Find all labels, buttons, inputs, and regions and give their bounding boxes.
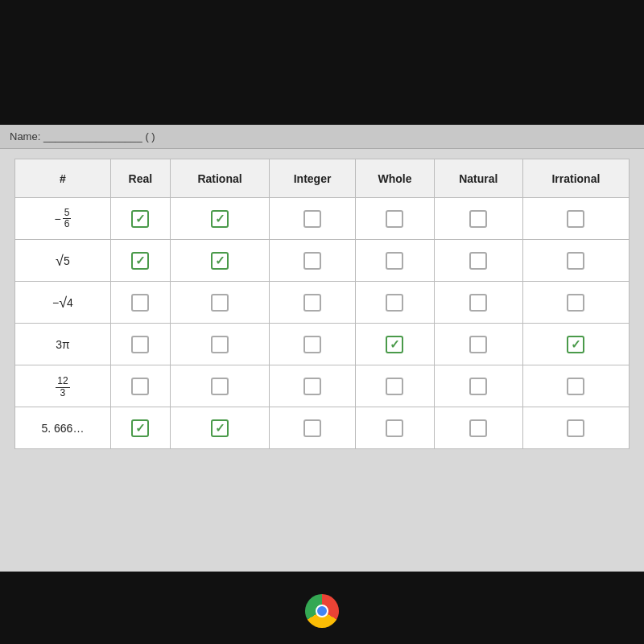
integer-cell-6[interactable] — [270, 407, 356, 449]
rational-cell-2[interactable] — [170, 240, 269, 282]
checkbox-irrational-4[interactable] — [567, 336, 584, 353]
natural-cell-5[interactable] — [434, 365, 522, 407]
checkbox-rational-2[interactable] — [211, 252, 229, 270]
table-row: −√4 — [15, 282, 630, 324]
checkbox-irrational-5[interactable] — [567, 378, 584, 395]
checkbox-irrational-6[interactable] — [567, 419, 584, 437]
main-area: Name: _________________ ( ) # Real Ratio… — [0, 125, 644, 572]
irrational-cell-5[interactable] — [522, 365, 629, 407]
integer-cell-4[interactable] — [270, 324, 356, 365]
rational-cell-5[interactable] — [170, 365, 269, 407]
natural-cell-3[interactable] — [434, 282, 522, 324]
checkbox-irrational-1[interactable] — [567, 210, 584, 228]
col-header-whole: Whole — [356, 159, 435, 198]
integer-cell-2[interactable] — [270, 240, 356, 282]
checkbox-natural-3[interactable] — [469, 294, 487, 312]
whole-cell-1[interactable] — [356, 198, 435, 240]
rational-cell-1[interactable] — [170, 198, 269, 240]
checkbox-integer-1[interactable] — [303, 210, 321, 228]
rational-cell-4[interactable] — [170, 324, 269, 365]
real-cell-6[interactable] — [110, 407, 170, 449]
checkbox-integer-6[interactable] — [303, 419, 321, 437]
real-cell-4[interactable] — [110, 324, 170, 365]
table-wrapper: # Real Rational Integer Whole Natural Ir… — [0, 149, 644, 459]
checkbox-rational-1[interactable] — [211, 210, 229, 228]
checkbox-real-4[interactable] — [131, 336, 149, 353]
checkbox-real-1[interactable] — [131, 210, 149, 228]
integer-cell-3[interactable] — [270, 282, 356, 324]
number-cell: √5 — [15, 240, 111, 282]
sqrt-5: √5 — [56, 254, 70, 268]
chrome-inner-circle — [316, 605, 328, 617]
irrational-cell-4[interactable] — [522, 324, 629, 365]
rational-cell-3[interactable] — [170, 282, 269, 324]
integer-cell-5[interactable] — [270, 365, 356, 407]
irrational-cell-3[interactable] — [522, 282, 629, 324]
checkbox-natural-6[interactable] — [469, 419, 487, 437]
natural-cell-4[interactable] — [434, 324, 522, 365]
checkbox-whole-5[interactable] — [386, 378, 403, 395]
col-header-integer: Integer — [270, 159, 356, 198]
header-strip: Name: _________________ ( ) — [0, 125, 644, 149]
checkbox-whole-4[interactable] — [386, 336, 403, 353]
checkbox-integer-3[interactable] — [303, 294, 321, 312]
checkbox-real-3[interactable] — [131, 294, 149, 312]
checkbox-irrational-3[interactable] — [567, 294, 584, 312]
irrational-cell-6[interactable] — [522, 407, 629, 449]
chrome-icon[interactable] — [305, 594, 339, 628]
checkbox-whole-1[interactable] — [386, 210, 403, 228]
whole-cell-5[interactable] — [356, 365, 435, 407]
whole-cell-6[interactable] — [356, 407, 435, 449]
checkbox-whole-3[interactable] — [386, 294, 403, 312]
real-cell-2[interactable] — [110, 240, 170, 282]
checkbox-rational-4[interactable] — [211, 336, 229, 353]
checkbox-integer-2[interactable] — [303, 252, 321, 270]
checkbox-natural-2[interactable] — [469, 252, 487, 270]
integer-cell-1[interactable] — [270, 198, 356, 240]
checkbox-natural-4[interactable] — [469, 336, 487, 353]
col-header-natural: Natural — [434, 159, 522, 198]
top-bar — [0, 0, 644, 125]
real-cell-5[interactable] — [110, 365, 170, 407]
checkbox-real-6[interactable] — [131, 419, 149, 437]
checkbox-whole-6[interactable] — [386, 419, 403, 437]
number-cell: 5. 666… — [15, 407, 111, 449]
header-title: Name: _________________ ( ) — [10, 130, 155, 142]
checkbox-real-5[interactable] — [131, 378, 149, 395]
col-header-real: Real — [110, 159, 170, 198]
checkbox-natural-1[interactable] — [469, 210, 487, 228]
checkbox-irrational-2[interactable] — [567, 252, 584, 270]
checkbox-integer-5[interactable] — [303, 378, 321, 395]
whole-cell-4[interactable] — [356, 324, 435, 365]
table-header-row: # Real Rational Integer Whole Natural Ir… — [15, 159, 630, 198]
checkbox-integer-4[interactable] — [303, 336, 321, 353]
neg-fraction-5-6: − 5 6 — [54, 208, 71, 229]
checkbox-natural-5[interactable] — [469, 378, 487, 395]
checkbox-real-2[interactable] — [131, 252, 149, 270]
checkbox-rational-3[interactable] — [211, 294, 229, 312]
checkbox-whole-2[interactable] — [386, 252, 403, 270]
5-666-label: 5. 666… — [41, 422, 84, 435]
irrational-cell-1[interactable] — [522, 198, 629, 240]
table-row: 12 3 — [15, 365, 630, 407]
whole-cell-3[interactable] — [356, 282, 435, 324]
fraction-12-3: 12 3 — [56, 376, 69, 398]
natural-cell-2[interactable] — [434, 240, 522, 282]
checkbox-rational-6[interactable] — [211, 419, 229, 437]
irrational-cell-2[interactable] — [522, 240, 629, 282]
number-cell: −√4 — [15, 282, 111, 324]
number-cell: − 5 6 — [15, 198, 111, 240]
number-classification-table: # Real Rational Integer Whole Natural Ir… — [14, 159, 630, 449]
natural-cell-6[interactable] — [434, 407, 522, 449]
table-row: − 5 6 — [15, 198, 630, 240]
table-row: 5. 666… — [15, 407, 630, 449]
bottom-bar — [0, 572, 644, 644]
real-cell-3[interactable] — [110, 282, 170, 324]
neg-sqrt-4: −√4 — [52, 295, 73, 310]
checkbox-rational-5[interactable] — [211, 378, 229, 395]
table-row: √5 — [15, 240, 630, 282]
natural-cell-1[interactable] — [434, 198, 522, 240]
whole-cell-2[interactable] — [356, 240, 435, 282]
rational-cell-6[interactable] — [170, 407, 269, 449]
real-cell-1[interactable] — [110, 198, 170, 240]
